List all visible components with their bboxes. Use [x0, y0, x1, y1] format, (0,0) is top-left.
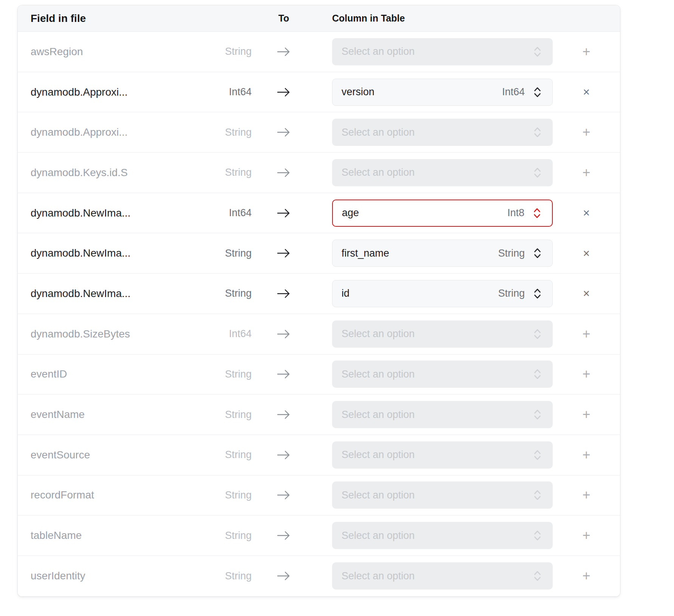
add-mapping-button[interactable]: +: [582, 408, 590, 421]
column-select[interactable]: Select an option: [332, 320, 553, 348]
column-select[interactable]: Select an option: [332, 522, 553, 549]
field-type: String: [204, 288, 252, 299]
arrow-right-icon: [252, 490, 316, 500]
chevron-updown-icon: [533, 409, 542, 421]
column-select[interactable]: Select an option: [332, 361, 553, 388]
add-mapping-button[interactable]: +: [582, 166, 590, 180]
selected-column-type: String: [498, 248, 525, 259]
remove-mapping-button[interactable]: ×: [583, 288, 590, 299]
add-mapping-button[interactable]: +: [582, 367, 590, 381]
chevron-updown-icon: [533, 570, 542, 582]
table-row: dynamodb.Keys.id.S String Select an opti…: [18, 153, 620, 193]
column-select[interactable]: Select an option: [332, 441, 553, 469]
select-placeholder: Select an option: [342, 127, 525, 138]
selected-column-type: Int8: [507, 207, 524, 219]
field-type: String: [204, 530, 252, 542]
column-select[interactable]: Select an option: [332, 38, 553, 65]
table-row: tableName String Select an option: [18, 515, 620, 556]
arrow-right-icon: [252, 87, 316, 98]
column-select[interactable]: first_name String: [332, 240, 553, 267]
arrow-right-icon: [252, 127, 316, 138]
header-column-in-table: Column in Table: [332, 13, 553, 24]
field-name: eventSource: [31, 449, 204, 461]
select-placeholder: Select an option: [342, 409, 525, 421]
table-row: awsRegion String Select an option: [18, 32, 620, 72]
table-row: eventName String Select an option: [18, 395, 620, 435]
column-select[interactable]: Select an option: [332, 159, 553, 186]
field-type: Int64: [204, 328, 252, 340]
add-mapping-button[interactable]: +: [582, 529, 590, 542]
table-row: dynamodb.NewIma... String id String: [18, 274, 620, 314]
field-name: dynamodb.NewIma...: [31, 207, 204, 219]
table-row: userIdentity String Select an option: [18, 556, 620, 596]
chevron-updown-icon: [533, 247, 542, 259]
add-mapping-button[interactable]: +: [582, 45, 590, 59]
field-name: eventID: [31, 368, 204, 380]
field-type: String: [204, 248, 252, 259]
column-select[interactable]: Select an option: [332, 481, 553, 509]
arrow-right-icon: [252, 329, 316, 339]
table-row: eventID String Select an option: [18, 354, 620, 395]
mapping-table-body: awsRegion String Select an option: [18, 32, 620, 596]
table-row: dynamodb.Approxi... Int64 version Int64: [18, 72, 620, 113]
remove-mapping-button[interactable]: ×: [583, 86, 590, 98]
add-mapping-button[interactable]: +: [582, 125, 590, 139]
remove-mapping-button[interactable]: ×: [583, 248, 590, 259]
field-name: dynamodb.Approxi...: [31, 126, 204, 138]
remove-mapping-button[interactable]: ×: [583, 207, 590, 219]
select-placeholder: Select an option: [342, 449, 525, 461]
chevron-updown-icon: [533, 529, 542, 542]
field-name: eventName: [31, 409, 204, 421]
select-placeholder: Select an option: [342, 489, 525, 501]
column-select[interactable]: Select an option: [332, 119, 553, 146]
arrow-right-icon: [252, 369, 316, 379]
table-row: dynamodb.NewIma... String first_name Str…: [18, 233, 620, 274]
field-name: dynamodb.Approxi...: [31, 86, 204, 98]
select-placeholder: Select an option: [342, 570, 525, 582]
field-type: String: [204, 449, 252, 461]
column-select[interactable]: version Int64: [332, 79, 553, 106]
field-type: String: [204, 570, 252, 582]
add-mapping-button[interactable]: +: [582, 488, 590, 502]
field-name: userIdentity: [31, 570, 204, 582]
chevron-updown-icon: [533, 46, 542, 58]
add-mapping-button[interactable]: +: [582, 327, 590, 341]
chevron-updown-icon: [533, 288, 542, 300]
field-name: dynamodb.NewIma...: [31, 247, 204, 259]
field-name: dynamodb.Keys.id.S: [31, 167, 204, 179]
field-type: Int64: [204, 207, 252, 219]
field-type: String: [204, 167, 252, 178]
column-select[interactable]: age Int8: [332, 200, 553, 227]
field-type: String: [204, 46, 252, 57]
header-field-in-file: Field in file: [31, 12, 204, 25]
selected-column-type: String: [498, 288, 525, 299]
column-select[interactable]: Select an option: [332, 401, 553, 428]
table-row: dynamodb.NewIma... Int64 age Int8: [18, 193, 620, 234]
field-name: recordFormat: [31, 489, 204, 501]
chevron-updown-icon: [533, 328, 542, 340]
header-to: To: [252, 13, 316, 24]
column-select[interactable]: Select an option: [332, 562, 553, 590]
field-type: String: [204, 409, 252, 421]
selected-column-name: id: [342, 288, 498, 299]
selected-column-name: first_name: [342, 248, 498, 259]
add-mapping-button[interactable]: +: [582, 569, 590, 583]
field-name: awsRegion: [31, 46, 204, 58]
selected-column-name: age: [342, 207, 507, 219]
selected-column-type: Int64: [502, 86, 525, 98]
page: Field in file To Column in Table awsRegi…: [0, 0, 674, 616]
table-row: dynamodb.Approxi... String Select an opt…: [18, 112, 620, 153]
chevron-updown-icon: [533, 368, 542, 380]
field-name: dynamodb.SizeBytes: [31, 328, 204, 340]
arrow-right-icon: [252, 288, 316, 299]
select-placeholder: Select an option: [342, 530, 525, 542]
column-select[interactable]: id String: [332, 280, 553, 307]
chevron-updown-icon: [533, 449, 542, 461]
field-name: tableName: [31, 529, 204, 542]
table-row: recordFormat String Select an option: [18, 475, 620, 516]
arrow-right-icon: [252, 46, 316, 57]
arrow-right-icon: [252, 530, 316, 541]
select-placeholder: Select an option: [342, 46, 525, 57]
select-placeholder: Select an option: [342, 328, 525, 340]
add-mapping-button[interactable]: +: [582, 448, 590, 462]
